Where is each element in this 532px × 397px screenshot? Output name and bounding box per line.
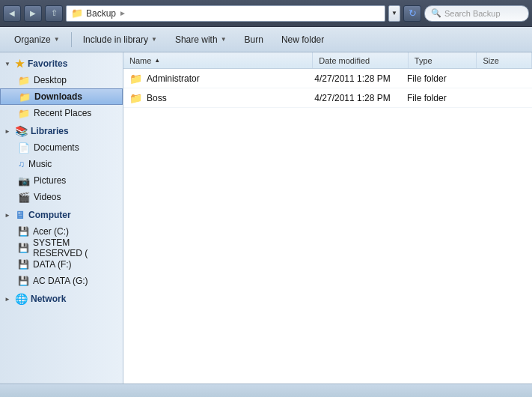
file-row-boss[interactable]: 📁 Boss 4/27/2011 1:28 PM File folder [123,88,532,108]
refresh-button[interactable]: ↻ [403,5,421,22]
share-with-button[interactable]: Share with ▼ [167,30,235,49]
administrator-name: Administrator [147,73,200,84]
new-folder-button[interactable]: New folder [273,30,332,49]
computer-expand-icon: ► [4,212,12,219]
videos-icon: 🎬 [18,192,30,203]
organize-label: Organize [14,34,51,45]
col-name-label: Name [129,56,151,65]
sidebar-item-desktop[interactable]: 📁 Desktop [0,72,123,88]
boss-type: File folder [407,93,473,103]
column-headers: Name ▲ Date modified Type Size [123,52,532,69]
breadcrumb-folder-icon: 📁 [71,7,83,19]
sidebar-item-downloads[interactable]: 📁 Downloads [0,88,123,105]
sidebar-item-pictures[interactable]: 📷 Pictures [0,172,123,189]
sidebar-item-videos[interactable]: 🎬 Videos [0,189,123,205]
sidebar-item-f-drive-label: DATA (F:) [33,259,72,270]
col-header-date[interactable]: Date modified [313,52,409,68]
sidebar-item-c-drive-label: Acer (C:) [33,226,69,237]
main-content: ▼ ★ Favorites 📁 Desktop 📁 Downloads 📁 Re… [0,52,532,384]
status-bar [0,384,532,397]
sidebar-item-music-label: Music [28,159,52,169]
favorites-header[interactable]: ▼ ★ Favorites [0,55,123,72]
file-row-administrator[interactable]: 📁 Administrator 4/27/2011 1:28 PM File f… [123,69,532,88]
col-header-size[interactable]: Size [477,52,532,68]
search-bar[interactable]: 🔍 Search Backup [424,5,529,22]
network-expand-icon: ► [4,296,12,303]
sidebar-item-g-drive[interactable]: 💾 AC DATA (G:) [0,273,123,289]
sidebar-item-system-reserved-label: SYSTEM RESERVED ( [33,237,118,258]
file-list-area: Name ▲ Date modified Type Size 📁 Adminis… [123,52,532,384]
sidebar-item-g-drive-label: AC DATA (G:) [33,276,88,286]
administrator-date: 4/27/2011 1:28 PM [314,73,407,84]
breadcrumb[interactable]: 📁 Backup ► [66,5,385,22]
music-icon: ♫ [18,159,25,169]
network-label: Network [31,294,66,304]
sidebar-item-recent-places[interactable]: 📁 Recent Places [0,105,123,121]
boss-date: 4/27/2011 1:28 PM [314,93,407,103]
administrator-type: File folder [407,73,473,84]
breadcrumb-path: Backup [86,8,116,19]
boss-name: Boss [147,93,167,103]
search-icon: 🔍 [431,8,441,18]
up-button[interactable]: ⇧ [45,5,63,22]
favorites-section: ▼ ★ Favorites 📁 Desktop 📁 Downloads 📁 Re… [0,55,123,121]
sidebar-item-pictures-label: Pictures [34,175,66,186]
desktop-folder-icon: 📁 [18,75,30,86]
libraries-label: Libraries [31,126,69,136]
favorites-expand-icon: ▼ [4,61,12,67]
col-header-name[interactable]: Name ▲ [123,52,313,68]
favorites-label: Favorites [28,58,67,69]
include-in-library-label: Include in library [83,34,148,45]
col-size-label: Size [483,56,498,65]
computer-header[interactable]: ► 🖥 Computer [0,207,123,223]
libraries-icon: 📚 [15,125,28,137]
forward-button[interactable]: ▶ [24,5,42,22]
libraries-header[interactable]: ► 📚 Libraries [0,123,123,139]
network-icon: 🌐 [15,293,28,305]
f-drive-icon: 💾 [18,259,29,270]
col-header-type[interactable]: Type [409,52,477,68]
share-dropdown-arrow: ▼ [221,36,227,43]
sidebar-item-documents-label: Documents [34,142,79,153]
recent-folder-icon: 📁 [18,108,30,119]
share-with-label: Share with [175,34,218,45]
breadcrumb-dropdown[interactable]: ▼ [388,5,400,22]
address-bar: ◀ ▶ ⇧ 📁 Backup ► ▼ ↻ 🔍 Search Backup [0,0,532,27]
toolbar-separator-1 [71,32,72,47]
burn-label: Burn [245,34,263,45]
sidebar-item-documents[interactable]: 📄 Documents [0,139,123,156]
libraries-expand-icon: ► [4,128,12,135]
pictures-icon: 📷 [18,175,30,187]
search-placeholder: Search Backup [444,9,501,18]
boss-folder-icon: 📁 [129,92,142,104]
system-drive-icon: 💾 [18,243,29,253]
sidebar-item-desktop-label: Desktop [34,75,67,85]
administrator-folder-icon: 📁 [129,73,142,85]
sidebar-item-music[interactable]: ♫ Music [0,156,123,172]
sidebar-item-system-reserved[interactable]: 💾 SYSTEM RESERVED ( [0,240,123,256]
c-drive-icon: 💾 [18,226,29,237]
organize-dropdown-arrow: ▼ [54,36,60,43]
g-drive-icon: 💾 [18,276,29,286]
sort-arrow: ▲ [154,57,160,64]
sidebar-item-recent-label: Recent Places [34,108,91,118]
computer-label: Computer [28,210,71,220]
back-button[interactable]: ◀ [3,5,21,22]
library-dropdown-arrow: ▼ [151,36,157,43]
organize-button[interactable]: Organize ▼ [6,30,68,49]
network-header[interactable]: ► 🌐 Network [0,291,123,307]
libraries-section: ► 📚 Libraries 📄 Documents ♫ Music 📷 Pict… [0,123,123,205]
burn-button[interactable]: Burn [236,30,272,49]
sidebar: ▼ ★ Favorites 📁 Desktop 📁 Downloads 📁 Re… [0,52,123,384]
computer-icon: 🖥 [15,209,25,221]
new-folder-label: New folder [281,34,324,45]
col-type-label: Type [415,56,432,65]
sidebar-item-videos-label: Videos [34,192,61,202]
breadcrumb-arrow: ► [119,9,126,17]
include-in-library-button[interactable]: Include in library ▼ [75,30,165,49]
documents-icon: 📄 [18,142,30,154]
sidebar-item-downloads-label: Downloads [34,91,82,102]
computer-section: ► 🖥 Computer 💾 Acer (C:) 💾 SYSTEM RESERV… [0,207,123,289]
sidebar-item-f-drive[interactable]: 💾 DATA (F:) [0,256,123,273]
downloads-folder-icon: 📁 [19,91,31,103]
